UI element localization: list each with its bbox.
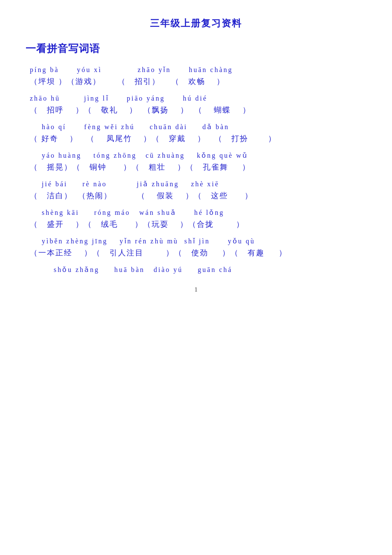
- row-4: yáo huàng tóng zhōng cū zhuàng kǒng què …: [26, 151, 366, 172]
- hanzi-2: （ 招呼 ）（ 敬礼 ） （飘扬 ） （ 蝴蝶 ）: [26, 105, 366, 115]
- pinyin-2: zhāo hū jìng lǐ piāo yáng hú dié: [26, 94, 366, 102]
- section1-title: 一看拼音写词语: [26, 42, 366, 55]
- page-number: 1: [26, 286, 366, 293]
- pinyin-1: píng bà yóu xì zhāo yǐn huān chàng: [26, 66, 366, 74]
- row-8: shǒu zhǎng huā bàn diào yú guān chá: [26, 266, 366, 274]
- hanzi-1: （坪坝 ）（游戏） （ 招引） （ 欢畅 ）: [26, 76, 366, 87]
- hanzi-6: （ 盛开 ）（ 绒毛 ）（玩耍 ）（合拢 ）: [26, 219, 366, 229]
- row-3: hào qí fèng wěi zhú chuān dài dǎ bàn （ 好…: [26, 123, 366, 144]
- page-title: 三年级上册复习资料: [26, 17, 366, 30]
- row-6: shèng kāi róng máo wán shuǎ hé lǒng （ 盛开…: [26, 208, 366, 229]
- row-7: yìběn zhèng jīng yǐn rén zhù mù shǐ jìn …: [26, 237, 366, 258]
- pinyin-5: jié bái rè nào jiǎ zhuāng zhè xiē: [26, 180, 366, 188]
- row-5: jié bái rè nào jiǎ zhuāng zhè xiē （ 洁白） …: [26, 180, 366, 201]
- pinyin-3: hào qí fèng wěi zhú chuān dài dǎ bàn: [26, 123, 366, 131]
- row-2: zhāo hū jìng lǐ piāo yáng hú dié （ 招呼 ）（…: [26, 94, 366, 115]
- hanzi-4: （ 摇晃）（ 铜钟 ）（ 粗壮 ）（ 孔雀舞 ）: [26, 162, 366, 172]
- hanzi-5: （ 洁白） （热闹） （ 假装 ）（ 这些 ）: [26, 191, 366, 201]
- hanzi-3: （ 好奇 ） （ 凤尾竹 ）（ 穿戴 ） （ 打扮 ）: [26, 133, 366, 144]
- pinyin-7: yìběn zhèng jīng yǐn rén zhù mù shǐ jìn …: [26, 237, 366, 245]
- hanzi-7: （一本正经 ）（ 引人注目 ）（ 使劲 ）（ 有趣 ）: [26, 248, 366, 258]
- pinyin-4: yáo huàng tóng zhōng cū zhuàng kǒng què …: [26, 151, 366, 159]
- row-1: píng bà yóu xì zhāo yǐn huān chàng （坪坝 ）…: [26, 66, 366, 87]
- pinyin-6: shèng kāi róng máo wán shuǎ hé lǒng: [26, 208, 366, 217]
- content-area: píng bà yóu xì zhāo yǐn huān chàng （坪坝 ）…: [26, 66, 366, 274]
- pinyin-8: shǒu zhǎng huā bàn diào yú guān chá: [26, 266, 366, 274]
